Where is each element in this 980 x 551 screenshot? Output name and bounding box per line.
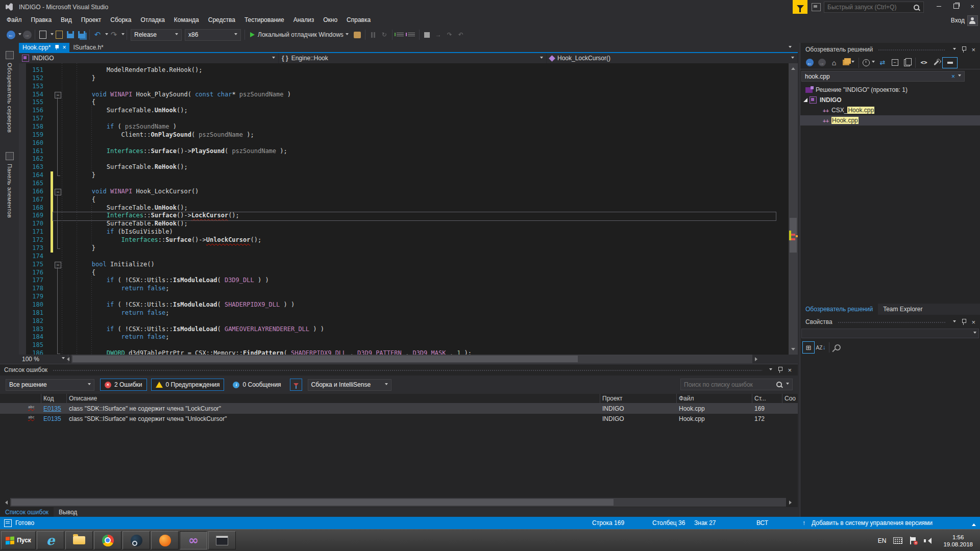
collapse-all-button[interactable]: −	[889, 57, 901, 68]
code-line-182[interactable]: 182	[19, 317, 789, 325]
stop-button[interactable]	[422, 29, 433, 41]
code-line-154[interactable]: 154− void WINAPI Hook_PlaySound( const c…	[19, 91, 789, 99]
show-all-files-button[interactable]	[901, 57, 913, 68]
tree-item-project[interactable]: INDIGO	[800, 95, 980, 105]
menu-item-0[interactable]: Файл	[2, 14, 27, 27]
preview-selected-items-button[interactable]	[942, 57, 958, 68]
code-line-170[interactable]: 170 SurfaceTable.ReHook();	[19, 220, 789, 228]
code-line-184[interactable]: 184 return false;	[19, 333, 789, 341]
close-button[interactable]: ×	[964, 0, 980, 12]
categorized-button[interactable]: ⊞	[802, 341, 815, 354]
send-feedback-icon[interactable]	[812, 3, 821, 11]
taskbar-orange-app[interactable]	[151, 531, 179, 549]
multi-filter-button[interactable]	[290, 379, 302, 391]
code-line-186[interactable]: 186 DWORD d3d9TablePtrPtr = CSX::Memory:…	[19, 349, 789, 355]
code-line-180[interactable]: 180 if ( !CSX::Utils::IsModuleLoad( SHAD…	[19, 301, 789, 309]
column-line[interactable]: Ст...	[754, 395, 766, 402]
navigate-forward-button[interactable]: →	[21, 29, 33, 41]
solution-search-box[interactable]: ×	[801, 71, 965, 82]
platform-combo[interactable]: x86	[185, 29, 241, 41]
alphabetical-sort-button[interactable]: AZ↓	[815, 342, 827, 353]
pending-changes-filter-button[interactable]	[861, 57, 876, 68]
vcs-add-button[interactable]: Добавить в систему управления версиями	[812, 519, 933, 527]
code-line-156[interactable]: 156 SurfaceTable.UnHook();	[19, 107, 789, 115]
properties-button[interactable]	[930, 57, 942, 68]
scrollbar-thumb[interactable]	[11, 499, 614, 506]
close-icon[interactable]: ×	[788, 367, 792, 373]
quick-launch-box[interactable]	[824, 2, 924, 13]
show-diagnostics-button[interactable]	[406, 29, 417, 41]
code-line-161[interactable]: 161 Interfaces::Surface()->PlaySound( ps…	[19, 147, 789, 156]
new-file-button[interactable]	[37, 29, 48, 41]
add-item-button[interactable]	[54, 29, 65, 41]
volume-icon[interactable]	[924, 538, 931, 544]
tab-output[interactable]: Вывод	[54, 507, 82, 517]
window-position-icon[interactable]	[769, 368, 772, 372]
redo-dropdown-icon[interactable]	[121, 33, 125, 37]
fold-collapse-box[interactable]: −	[55, 262, 61, 268]
close-icon[interactable]: ×	[971, 46, 975, 53]
code-line-175[interactable]: 175− bool Initialize()	[19, 261, 789, 269]
menu-item-3[interactable]: Проект	[77, 14, 106, 27]
menu-item-9[interactable]: Анализ	[289, 14, 319, 27]
code-line-173[interactable]: 173 }	[19, 244, 789, 253]
navbar-member-combo[interactable]: Hook_LockCursor()	[547, 53, 798, 63]
menu-item-4[interactable]: Сборка	[106, 14, 136, 27]
tree-item-file-selected[interactable]: ++ Hook.cpp	[800, 115, 980, 126]
fold-collapse-box[interactable]: −	[55, 189, 61, 195]
tab-isurface-h[interactable]: ISurface.h*	[69, 43, 107, 52]
collapse-icon[interactable]	[972, 521, 976, 526]
scroll-down-icon[interactable]	[791, 348, 795, 353]
taskbar-visual-studio[interactable]: ∞	[180, 531, 207, 549]
code-line-169[interactable]: 169 Interfaces::Surface()->LockCursor();	[19, 212, 789, 220]
property-pages-button[interactable]	[831, 342, 844, 353]
error-row[interactable]: abc E0135 class "SDK::ISurface" не содер…	[0, 404, 798, 414]
step-into-button[interactable]: →	[433, 29, 444, 41]
step-over-button[interactable]: ↷	[444, 29, 455, 41]
messages-toggle[interactable]: i 0 Сообщения	[228, 379, 285, 391]
window-position-icon[interactable]	[953, 48, 956, 52]
menu-item-10[interactable]: Окно	[318, 14, 342, 27]
expander-icon[interactable]	[803, 98, 807, 102]
save-all-button[interactable]	[76, 29, 87, 41]
action-center-flag-icon[interactable]: ×	[910, 537, 917, 544]
column-suppression[interactable]: Соо	[785, 395, 796, 402]
menu-item-11[interactable]: Справка	[342, 14, 375, 27]
server-explorer-vertical-tab[interactable]: Обозреватель серверов	[0, 51, 19, 133]
sync-with-active-document-button[interactable]: ⇄	[876, 57, 889, 68]
tray-clock[interactable]: 1:56 19.08.2018	[943, 534, 973, 548]
taskbar-file-explorer[interactable]	[65, 531, 93, 549]
code-line-174[interactable]: 174	[19, 253, 789, 261]
error-search-box[interactable]	[680, 379, 793, 390]
switch-views-button[interactable]	[840, 57, 856, 68]
feedback-filter-button[interactable]	[793, 0, 807, 14]
start-button[interactable]: Пуск	[1, 531, 36, 549]
horizontal-scrollbar[interactable]	[10, 498, 786, 507]
errors-toggle[interactable]: × 2 Ошибки	[100, 379, 147, 391]
solution-search-input[interactable]	[802, 73, 951, 80]
code-line-153[interactable]: 153	[19, 83, 789, 91]
code-line-172[interactable]: 172 Interfaces::Surface()->UnlockCursor(…	[19, 236, 789, 244]
menu-item-1[interactable]: Правка	[27, 14, 57, 27]
code-line-155[interactable]: 155 {	[19, 98, 789, 107]
pin-icon[interactable]	[777, 367, 782, 373]
horizontal-scrollbar[interactable]	[71, 355, 752, 363]
touch-keyboard-icon[interactable]	[893, 537, 902, 544]
navigate-back-button[interactable]: ←	[5, 29, 16, 41]
back-button[interactable]: ←	[803, 57, 816, 68]
forward-button[interactable]: →	[816, 57, 828, 68]
code-line-151[interactable]: 151 ModelRenderTable.ReHook();	[19, 66, 789, 74]
zoom-combo[interactable]: 100 %	[19, 355, 68, 363]
vertical-scrollbar[interactable]	[789, 63, 798, 355]
language-indicator[interactable]: EN	[878, 537, 887, 544]
restore-button[interactable]	[947, 0, 965, 12]
close-icon[interactable]: ×	[971, 319, 975, 325]
save-button[interactable]	[65, 29, 76, 41]
error-row[interactable]: abc E0135 class "SDK::ISurface" не содер…	[0, 414, 798, 424]
code-line-185[interactable]: 185	[19, 341, 789, 349]
scroll-right-icon[interactable]	[755, 357, 760, 361]
sign-in[interactable]: Вход	[951, 14, 965, 27]
minimize-button[interactable]	[930, 0, 947, 12]
code-line-183[interactable]: 183 if ( !CSX::Utils::IsModuleLoad( GAME…	[19, 325, 789, 334]
taskbar-steam[interactable]	[122, 531, 150, 549]
